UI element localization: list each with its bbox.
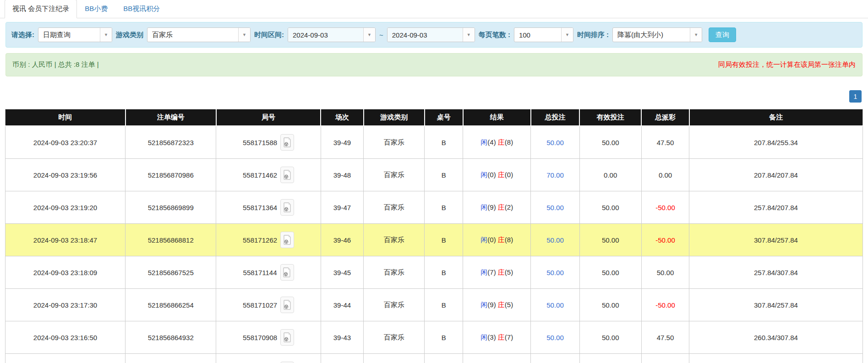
query-type-select[interactable]: 日期查询 ▼ [38, 27, 112, 42]
total-bet-cell: 70.00 [531, 159, 580, 191]
bet-id-cell: 521856866254 [126, 289, 216, 321]
round-id-text: 558170908 [243, 334, 277, 341]
valid-bet-cell: 0.00 [579, 159, 641, 191]
session-cell: 39-48 [321, 159, 364, 191]
tab-item[interactable]: BB视讯积分 [115, 0, 168, 18]
total-bet-link[interactable]: 50.00 [546, 334, 564, 341]
round-id-wrap: 558171262 [219, 232, 317, 248]
player-score: (7) [487, 268, 498, 276]
video-replay-button[interactable] [280, 199, 294, 216]
pagination: 1 [0, 90, 862, 103]
game-type-cell: 百家乐 [364, 289, 425, 321]
note-cell: 260.34/307.84 [689, 321, 863, 354]
video-replay-button[interactable] [280, 232, 294, 248]
player-score: (9) [487, 203, 498, 211]
banker-score: (7) [505, 333, 513, 341]
payout-cell: 47.50 [641, 354, 689, 363]
table-row: 2024-09-03 23:16:17521856863757558170801… [5, 354, 863, 363]
table-row: 2024-09-03 23:18:47521856868812558171262… [5, 224, 863, 256]
page-size-value: 100 [514, 28, 561, 42]
film-icon [284, 235, 291, 245]
video-replay-button[interactable] [280, 167, 294, 183]
result-cell: 闲(0) 庄(0) [463, 159, 531, 191]
table-no-cell: B [425, 224, 463, 256]
time-cell: 2024-09-03 23:19:20 [5, 191, 126, 224]
page-size-label: 每页笔数 : [479, 31, 510, 39]
total-bet-link[interactable]: 50.00 [546, 301, 564, 309]
sort-order-select[interactable]: 降冪(由大到小) ▼ [612, 27, 702, 42]
date-from-select[interactable]: 2024-09-03 ▼ [288, 27, 376, 42]
tab-item[interactable]: BB小费 [77, 0, 115, 18]
time-cell: 2024-09-03 23:18:47 [5, 224, 126, 256]
total-bet-link[interactable]: 70.00 [546, 171, 564, 179]
video-replay-button[interactable] [280, 134, 294, 151]
page-size-select[interactable]: 100 ▼ [514, 27, 573, 42]
date-from-value: 2024-09-03 [288, 28, 363, 42]
game-type-select[interactable]: 百家乐 ▼ [147, 27, 251, 42]
valid-bet-cell: 50.00 [579, 256, 641, 289]
valid-bet-notice-text: 同局有效投注，统一计算在该局第一张注单内 [718, 60, 856, 69]
video-replay-button[interactable] [280, 329, 294, 346]
chevron-down-icon[interactable]: ▼ [463, 28, 475, 42]
bet-id-cell: 521856864932 [126, 321, 216, 354]
column-header: 备注 [689, 109, 863, 126]
table-row: 2024-09-03 23:19:56521856870986558171462… [5, 159, 863, 191]
query-type-label: 请选择: [11, 31, 34, 39]
banker-score: (5) [505, 301, 513, 309]
column-header: 总派彩 [641, 109, 689, 126]
banker-label: 庄 [498, 203, 505, 211]
sort-order-label: 时间排序 : [577, 31, 609, 39]
bet-id-cell: 521856870986 [126, 159, 216, 191]
total-bet-link[interactable]: 50.00 [546, 236, 564, 244]
time-cell: 2024-09-03 23:19:56 [5, 159, 126, 191]
valid-bet-cell: 50.00 [579, 289, 641, 321]
round-id-wrap: 558171462 [219, 167, 317, 183]
date-to-value: 2024-09-03 [388, 28, 463, 42]
game-type-value: 百家乐 [147, 28, 238, 42]
total-bet-cell: 50.00 [531, 354, 580, 363]
chevron-down-icon[interactable]: ▼ [363, 28, 375, 42]
total-bet-link[interactable]: 50.00 [546, 204, 564, 211]
column-header: 有效投注 [579, 109, 641, 126]
video-replay-button[interactable] [280, 297, 294, 313]
game-type-cell: 百家乐 [364, 354, 425, 363]
page-1-button[interactable]: 1 [849, 90, 862, 103]
query-type-value: 日期查询 [38, 28, 100, 42]
video-replay-button[interactable] [280, 264, 294, 281]
player-label: 闲 [480, 301, 487, 309]
chevron-down-icon[interactable]: ▼ [100, 28, 112, 42]
tab-active[interactable]: 视讯 会员下注纪录 [5, 0, 77, 18]
filter-bar: 请选择: 日期查询 ▼ 游戏类别 百家乐 ▼ 时间区间: 2024-09-03 … [5, 22, 863, 48]
bet-id-cell: 521856868812 [126, 224, 216, 256]
search-button[interactable]: 查询 [709, 27, 736, 42]
note-cell: 307.84/257.84 [689, 289, 863, 321]
result-cell: 闲(4) 庄(9) [463, 354, 531, 363]
round-id-cell: 558170801 [216, 354, 321, 363]
player-label: 闲 [480, 138, 487, 146]
table-row: 2024-09-03 23:19:20521856869899558171364… [5, 191, 863, 224]
round-id-wrap: 558171364 [219, 199, 317, 216]
player-score: (4) [487, 138, 498, 146]
column-header: 注单编号 [126, 109, 216, 126]
result-cell: 闲(7) 庄(5) [463, 256, 531, 289]
round-id-text: 558171462 [243, 171, 277, 179]
table-no-cell: B [425, 321, 463, 354]
session-cell: 39-49 [321, 126, 364, 159]
round-id-text: 558171588 [243, 139, 277, 146]
round-id-wrap: 558171144 [219, 264, 317, 281]
round-id-cell: 558171364 [216, 191, 321, 224]
time-cell: 2024-09-03 23:16:17 [5, 354, 126, 363]
round-id-wrap: 558171027 [219, 297, 317, 313]
date-to-select[interactable]: 2024-09-03 ▼ [387, 27, 475, 42]
film-icon [284, 170, 291, 180]
chevron-down-icon[interactable]: ▼ [561, 28, 573, 42]
column-header: 游戏类别 [364, 109, 425, 126]
column-header: 桌号 [425, 109, 463, 126]
chevron-down-icon[interactable]: ▼ [238, 28, 250, 42]
total-bet-link[interactable]: 50.00 [546, 269, 564, 276]
chevron-down-icon[interactable]: ▼ [690, 28, 702, 42]
total-bet-link[interactable]: 50.00 [546, 139, 564, 146]
note-cell: 307.84/257.84 [689, 224, 863, 256]
banker-label: 庄 [498, 171, 505, 179]
banker-label: 庄 [498, 268, 505, 276]
